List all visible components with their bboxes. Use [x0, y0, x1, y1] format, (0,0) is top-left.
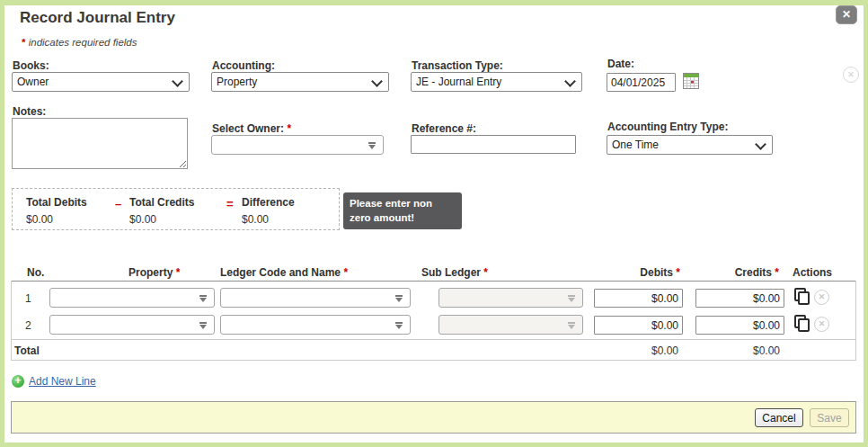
required-fields-note: * indicates required fields: [22, 37, 137, 48]
dropdown-arrow-icon: [199, 298, 207, 302]
select-owner-combobox[interactable]: [211, 135, 384, 155]
accounting-entry-type-select[interactable]: One Time: [607, 135, 773, 155]
col-header-no: No.: [27, 266, 44, 279]
select-owner-label: Select Owner: *: [212, 122, 291, 135]
row2-ledger-combobox[interactable]: [220, 315, 411, 335]
delete-row-icon: ✕: [814, 290, 829, 305]
books-select-value: Owner: [17, 76, 49, 88]
dropdown-arrow-icon: [568, 298, 575, 302]
copy-row-icon[interactable]: [794, 288, 810, 304]
row-number: 1: [25, 292, 31, 305]
table-left-border: [11, 281, 12, 361]
required-asterisk: *: [287, 122, 291, 135]
chevron-down-icon: [564, 76, 576, 87]
accounting-entry-type-label: Accounting Entry Type:: [607, 121, 728, 133]
row2-subledger-combobox: [438, 315, 583, 335]
save-button[interactable]: Save: [810, 408, 849, 427]
row1-subledger-combobox: [438, 288, 583, 308]
copy-row-icon[interactable]: [794, 315, 810, 331]
transaction-type-select[interactable]: JE - Journal Entry: [411, 72, 582, 92]
select-owner-label-text: Select Owner:: [212, 122, 284, 135]
dropdown-arrow-icon: [395, 298, 403, 302]
row2-credits-input[interactable]: [695, 316, 784, 335]
required-asterisk: *: [22, 37, 25, 48]
page-title: Record Journal Entry: [20, 9, 175, 27]
required-asterisk: *: [343, 266, 348, 279]
col-header-ledger: Ledger Code and Name *: [220, 266, 348, 279]
row1-credits-input[interactable]: [695, 289, 784, 308]
col-header-ledger-text: Ledger Code and Name: [220, 266, 341, 279]
add-icon[interactable]: +: [12, 375, 24, 388]
table-bottom-border: [11, 360, 856, 361]
row2-debits-input[interactable]: [594, 316, 683, 335]
row-number: 2: [25, 319, 31, 332]
col-header-credits: Credits *: [692, 266, 779, 279]
transaction-type-select-value: JE - Journal Entry: [416, 76, 501, 88]
col-header-actions: Actions: [793, 266, 832, 279]
col-header-debits: Debits *: [593, 266, 680, 279]
difference-value: $0.00: [242, 213, 269, 226]
accounting-select-value: Property: [217, 76, 257, 88]
notes-label: Notes:: [13, 105, 46, 118]
equals-operator: =: [226, 197, 234, 210]
close-icon[interactable]: ✕: [836, 5, 857, 24]
row1-ledger-combobox[interactable]: [220, 288, 411, 308]
validation-tooltip: Please enter non zero amount!: [343, 192, 462, 229]
chevron-down-icon: [172, 76, 183, 87]
transaction-type-label: Transaction Type:: [412, 59, 503, 72]
col-header-debits-text: Debits: [640, 266, 673, 279]
chevron-down-icon: [755, 139, 766, 150]
calendar-icon[interactable]: [683, 73, 699, 93]
record-journal-entry-modal: Record Journal Entry ✕ * indicates requi…: [0, 0, 868, 447]
table-header-divider: [11, 281, 856, 282]
required-asterisk: *: [775, 266, 779, 279]
table-right-border: [855, 281, 856, 361]
total-debits-value: $0.00: [26, 213, 53, 226]
table-rows-divider: [11, 339, 856, 340]
col-header-subledger: Sub Ledger *: [421, 266, 488, 279]
total-debits-label: Total Debits: [26, 196, 87, 209]
add-new-line-link[interactable]: Add New Line: [29, 375, 96, 388]
col-header-property: Property *: [128, 266, 180, 279]
notes-textarea[interactable]: [12, 118, 188, 169]
accounting-select[interactable]: Property: [211, 72, 389, 92]
row1-debits-input[interactable]: [594, 289, 683, 308]
reference-input[interactable]: [411, 135, 576, 154]
dropdown-arrow-icon: [199, 325, 207, 329]
books-select[interactable]: Owner: [12, 72, 190, 92]
dropdown-arrow-icon: [395, 325, 403, 329]
total-credits-label: Total Credits: [129, 196, 194, 209]
table-total-debits: $0.00: [593, 344, 678, 357]
totals-summary-box: Total Debits – Total Credits = Differenc…: [12, 188, 340, 230]
minus-operator: –: [115, 197, 121, 210]
date-input[interactable]: [607, 73, 676, 92]
cancel-button[interactable]: Cancel: [755, 408, 803, 427]
date-label: Date:: [607, 58, 634, 70]
accounting-label: Accounting:: [212, 59, 275, 72]
total-credits-value: $0.00: [129, 213, 156, 226]
required-note-text: indicates required fields: [29, 37, 137, 48]
books-label: Books:: [13, 59, 49, 72]
required-asterisk: *: [483, 266, 488, 279]
required-asterisk: *: [676, 266, 680, 279]
table-total-label: Total: [14, 344, 40, 357]
col-header-property-text: Property: [128, 266, 173, 279]
col-header-credits-text: Credits: [735, 266, 772, 279]
delete-row-icon: ✕: [814, 317, 829, 332]
required-asterisk: *: [176, 266, 181, 279]
dropdown-arrow-icon: [568, 325, 575, 329]
table-total-credits: $0.00: [692, 344, 780, 357]
chevron-down-icon: [371, 76, 383, 87]
clear-circle-icon: ✕: [843, 67, 859, 83]
col-header-subledger-text: Sub Ledger: [421, 266, 481, 279]
row2-property-combobox[interactable]: [49, 315, 215, 335]
row1-property-combobox[interactable]: [49, 288, 215, 308]
difference-label: Difference: [242, 196, 295, 209]
accounting-entry-type-value: One Time: [612, 139, 659, 151]
dropdown-arrow-icon: [368, 145, 376, 149]
footer-bar: Cancel Save: [11, 401, 856, 434]
reference-label: Reference #:: [412, 122, 476, 135]
